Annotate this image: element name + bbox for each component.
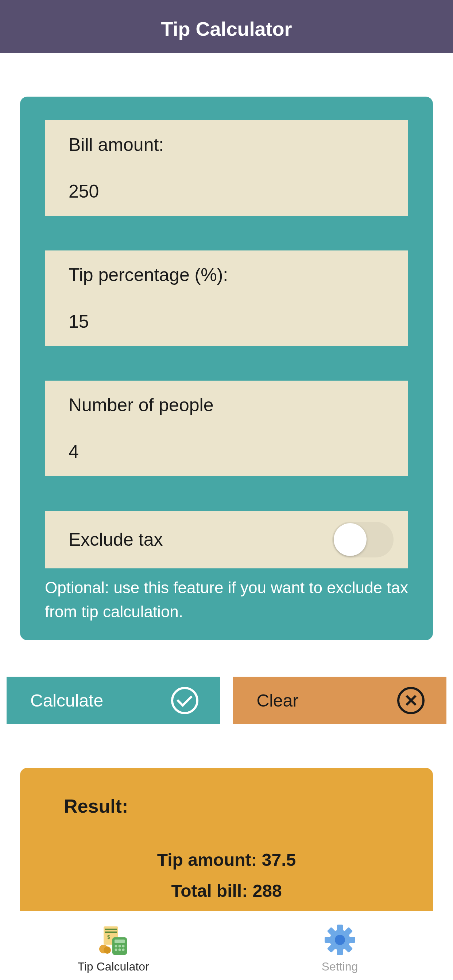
calculator-icon: $: [97, 923, 130, 956]
svg-point-23: [335, 935, 345, 945]
gear-icon: [324, 923, 356, 956]
tip-percentage-label: Tip percentage (%):: [69, 264, 384, 285]
calculate-button[interactable]: Calculate: [6, 677, 220, 724]
form-card: Bill amount: Tip percentage (%): Number …: [20, 97, 433, 640]
tab-setting-label: Setting: [322, 960, 358, 974]
tab-calculator-label: Tip Calculator: [77, 960, 149, 974]
exclude-tax-label: Exclude tax: [69, 529, 163, 550]
svg-point-12: [118, 948, 121, 951]
result-title: Result:: [64, 795, 389, 817]
tab-setting[interactable]: Setting: [226, 911, 453, 980]
bill-amount-label: Bill amount:: [69, 134, 384, 155]
clear-button[interactable]: Clear: [233, 677, 447, 724]
svg-point-9: [118, 945, 121, 947]
svg-text:$: $: [107, 934, 110, 940]
button-row: Calculate Clear: [6, 677, 447, 724]
svg-rect-1: [105, 929, 117, 930]
svg-point-8: [115, 945, 117, 947]
svg-point-11: [115, 948, 117, 951]
people-block: Number of people: [45, 380, 408, 476]
exclude-tax-toggle[interactable]: [332, 522, 394, 557]
toggle-knob: [334, 523, 367, 556]
bill-amount-input[interactable]: [69, 181, 384, 202]
bill-amount-block: Bill amount:: [45, 120, 408, 216]
calculate-label: Calculate: [30, 690, 103, 711]
exclude-tax-block: Exclude tax: [45, 511, 408, 568]
tab-bar: $ Tip Calculator: [0, 911, 453, 980]
tip-percentage-block: Tip percentage (%):: [45, 250, 408, 346]
close-icon: [397, 687, 424, 714]
result-tip-amount: Tip amount: 37.5: [64, 850, 389, 870]
check-icon: [171, 687, 198, 714]
clear-label: Clear: [257, 690, 299, 711]
result-card: Result: Tip amount: 37.5 Total bill: 288: [20, 768, 433, 934]
app-title: Tip Calculator: [161, 18, 292, 40]
svg-rect-7: [115, 940, 125, 943]
people-input[interactable]: [69, 441, 384, 462]
svg-point-13: [122, 948, 124, 951]
tab-calculator[interactable]: $ Tip Calculator: [0, 911, 226, 980]
people-label: Number of people: [69, 395, 384, 415]
svg-point-10: [122, 945, 124, 947]
svg-rect-2: [105, 932, 117, 933]
exclude-tax-hint: Optional: use this feature if you want t…: [45, 576, 408, 624]
svg-point-5: [104, 947, 111, 954]
result-total-bill: Total bill: 288: [64, 881, 389, 901]
tip-percentage-input[interactable]: [69, 311, 384, 332]
app-header: Tip Calculator: [0, 0, 453, 53]
